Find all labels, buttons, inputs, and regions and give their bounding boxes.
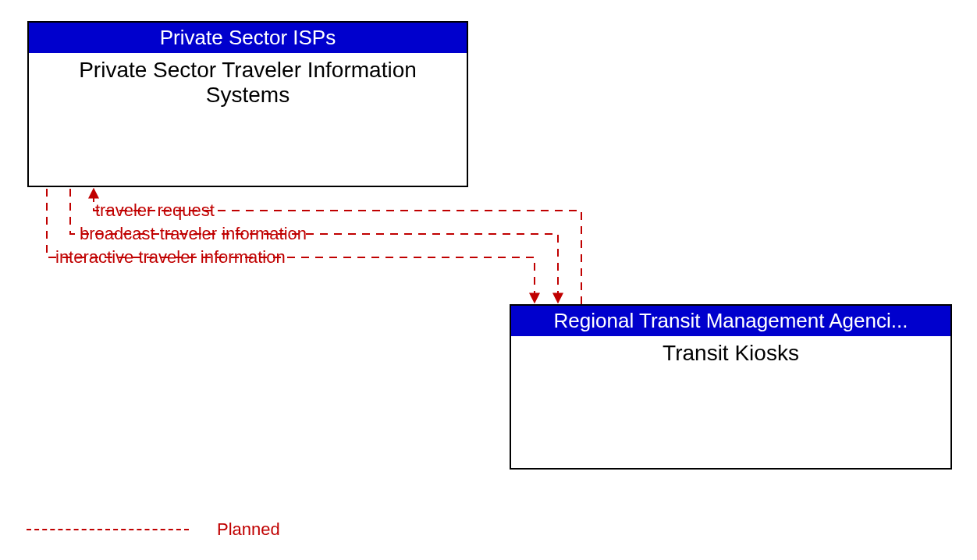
entity-body: Transit Kiosks (511, 336, 950, 370)
legend-line-planned (27, 529, 189, 530)
flow-label-interactive: interactive traveler information (52, 247, 289, 268)
legend-label-planned: Planned (217, 519, 280, 540)
entity-header: Regional Transit Management Agenci... (511, 306, 950, 336)
flow-label-traveler-request: traveler request (92, 200, 218, 221)
entity-header: Private Sector ISPs (29, 23, 467, 53)
entity-body: Private Sector Traveler Information Syst… (29, 53, 467, 112)
flow-label-broadcast: broadcast traveler information (76, 224, 310, 244)
entity-private-sector-isps: Private Sector ISPs Private Sector Trave… (27, 21, 468, 187)
entity-transit-kiosks: Regional Transit Management Agenci... Tr… (510, 304, 952, 470)
